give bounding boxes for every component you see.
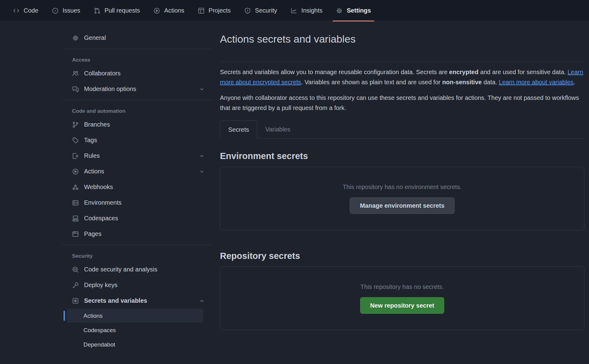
link-variables[interactable]: Learn more about variables (499, 79, 573, 85)
nav-tab-actions[interactable]: Actions (147, 0, 191, 21)
browser-icon (72, 231, 79, 237)
sidebar-item-label: Deploy keys (84, 281, 205, 289)
page-title: Actions secrets and variables (220, 32, 584, 45)
sidebar-item-label: Actions (84, 168, 194, 175)
sidebar-item-branches[interactable]: Branches (64, 117, 213, 132)
sidebar-item-general[interactable]: General (64, 30, 213, 46)
title-divider (220, 61, 584, 62)
sidebar-item-label: Code security and analysis (84, 266, 205, 273)
webhook-icon (72, 184, 79, 191)
manage-environment-secrets-button[interactable]: Manage environment secrets (350, 197, 455, 214)
nav-tab-label: Pull requests (105, 7, 140, 14)
sidebar-item-label: Moderation options (84, 85, 194, 93)
nav-tab-pull-requests[interactable]: Pull requests (87, 0, 147, 21)
environment-secrets-heading: Environment secrets (220, 151, 584, 161)
environment-secrets-empty-text: This repository has no environment secre… (343, 184, 462, 191)
sidebar-divider (64, 245, 213, 245)
nav-tab-label: Security (255, 7, 277, 14)
gear-icon (336, 7, 343, 14)
secrets-variables-tabs: Secrets Variables (220, 120, 584, 138)
non-sensitive-emphasis: non-sensitive (442, 79, 482, 85)
repo-tab-bar: Code Issues Pull requests Actions Projec… (0, 0, 589, 21)
sidebar-divider (64, 49, 213, 49)
tab-variables[interactable]: Variables (257, 120, 298, 138)
comment-discussion-icon (72, 86, 79, 93)
sidebar-item-label: General (84, 34, 205, 42)
sidebar-section-access: Access (64, 55, 213, 66)
intro-paragraph-1: Secrets and variables allow you to manag… (220, 67, 584, 87)
nav-tab-issues[interactable]: Issues (45, 0, 87, 21)
nav-tab-label: Code (24, 7, 38, 14)
sidebar-item-codespaces[interactable]: Codespaces (64, 210, 213, 226)
shield-icon (244, 7, 251, 14)
sidebar-item-environments[interactable]: Environments (64, 195, 213, 210)
sidebar-subitem-dependabot[interactable]: Dependabot (64, 337, 213, 352)
sidebar-divider (64, 100, 213, 100)
nav-tab-label: Actions (164, 7, 184, 14)
sidebar-item-label: Secrets and variables (84, 297, 194, 305)
play-circle-icon (72, 168, 79, 175)
people-icon (72, 70, 79, 77)
sidebar-item-secrets-and-variables[interactable]: Secrets and variables (64, 293, 213, 309)
sidebar-subitem-codespaces[interactable]: Codespaces (64, 323, 213, 337)
sidebar-subitem-label: Dependabot (83, 341, 115, 348)
nav-tab-insights[interactable]: Insights (284, 0, 329, 21)
tag-icon (72, 137, 79, 144)
issue-opened-icon (52, 7, 59, 14)
repository-secrets-heading: Repository secrets (220, 251, 584, 261)
sidebar-item-label: Branches (84, 121, 205, 128)
tab-secrets[interactable]: Secrets (220, 120, 257, 138)
sidebar-section-security: Security (64, 251, 213, 262)
sidebar-item-label: Webhooks (84, 183, 205, 191)
nav-tab-label: Settings (347, 7, 371, 14)
sidebar-item-webhooks[interactable]: Webhooks (64, 179, 213, 195)
sidebar-item-rules[interactable]: Rules (64, 148, 213, 164)
sidebar-subitem-actions[interactable]: Actions (67, 309, 203, 323)
table-icon (198, 7, 205, 14)
sidebar-item-label: Rules (84, 152, 194, 160)
chevron-down-icon (199, 153, 205, 159)
sidebar-item-pages[interactable]: Pages (64, 226, 213, 242)
sidebar-item-collaborators[interactable]: Collaborators (64, 66, 213, 81)
play-circle-icon (153, 7, 160, 14)
repository-secrets-empty-box: This repository has no secrets. New repo… (220, 267, 584, 330)
nav-tab-settings[interactable]: Settings (329, 0, 378, 21)
nav-tab-projects[interactable]: Projects (191, 0, 237, 21)
nav-tab-label: Insights (301, 7, 322, 14)
sidebar-item-deploy-keys[interactable]: Deploy keys (64, 277, 213, 293)
git-branch-icon (72, 121, 79, 128)
chevron-up-icon (199, 298, 205, 304)
repository-secrets-empty-text: This repository has no secrets. (360, 283, 444, 290)
main-content: Actions secrets and variables Secrets an… (220, 32, 584, 330)
graph-icon (291, 7, 297, 14)
sidebar-section-code-and-automation: Code and automation (64, 106, 213, 117)
gear-icon (72, 35, 79, 41)
sidebar-item-label: Codespaces (84, 214, 205, 222)
sidebar-item-label: Collaborators (84, 70, 205, 77)
settings-sidebar: General Access Collaborators Moderation … (64, 30, 213, 352)
sidebar-subitem-label: Actions (83, 313, 102, 319)
encrypted-emphasis: encrypted (449, 69, 479, 75)
sidebar-item-label: Environments (84, 199, 205, 207)
key-icon (72, 282, 79, 289)
nav-tab-security[interactable]: Security (237, 0, 284, 21)
sidebar-item-label: Tags (84, 136, 205, 144)
chevron-down-icon (199, 86, 205, 92)
code-icon (13, 7, 20, 14)
intro-paragraph-2: Anyone with collaborator access to this … (220, 93, 584, 113)
nav-tab-code[interactable]: Code (6, 0, 45, 21)
sidebar-item-code-security[interactable]: Code security and analysis (64, 262, 213, 277)
asterisk-box-icon (72, 298, 79, 304)
sidebar-item-tags[interactable]: Tags (64, 132, 213, 148)
new-repository-secret-button[interactable]: New repository secret (360, 297, 445, 314)
sidebar-item-moderation-options[interactable]: Moderation options (64, 81, 213, 97)
sidebar-item-label: Pages (84, 230, 205, 238)
code-scan-icon (72, 266, 79, 273)
intro-paragraphs: Secrets and variables allow you to manag… (220, 67, 584, 113)
chevron-down-icon (199, 169, 205, 174)
sidebar-subitem-label: Codespaces (83, 327, 116, 333)
sidebar-item-actions[interactable]: Actions (64, 164, 213, 179)
codespaces-icon (72, 215, 79, 222)
nav-tab-label: Issues (63, 7, 80, 14)
rules-icon (72, 153, 79, 159)
